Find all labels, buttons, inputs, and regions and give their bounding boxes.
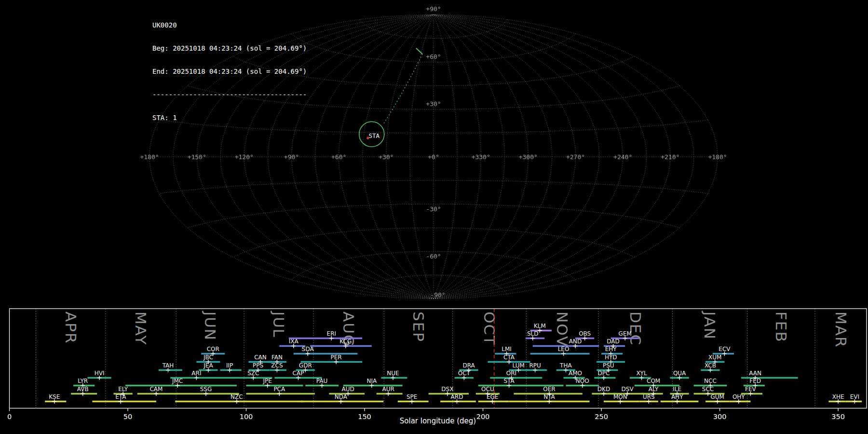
lat-label: +90°	[426, 5, 441, 13]
lat-label: -30°	[426, 205, 441, 213]
shower-code: JMC	[172, 378, 183, 384]
shower-PCA: PCA	[246, 386, 315, 396]
lon-label: +210°	[661, 153, 679, 161]
shower-code: IXA	[289, 338, 299, 345]
shower-code: ETA	[115, 393, 126, 400]
shower-code: ELY	[118, 386, 128, 393]
shower-ORI: ORI	[490, 370, 542, 380]
shower-MON: MON	[604, 393, 639, 404]
shower-code: NIA	[366, 378, 377, 384]
shower-code: AUR	[382, 386, 394, 393]
shower-code: RPU	[529, 362, 541, 369]
shower-code: AUD	[342, 386, 354, 393]
shower-code: KSE	[49, 393, 60, 400]
month-label: NOV	[554, 312, 571, 347]
shower-EVI: EVI	[845, 393, 862, 404]
shower-code: XCB	[705, 362, 716, 369]
shower-code: ALY	[649, 386, 659, 393]
lat-label: +30°	[426, 100, 441, 108]
shower-code: LYR	[78, 378, 88, 384]
shower-row: LYRJMCJPEPAUNIASTANOOCOMNCCFED	[73, 378, 765, 388]
shower-code: COR	[207, 346, 219, 353]
radiant-plot-page: UK0020 Beg: 20251018 04:23:24 (sol = 204…	[0, 0, 868, 434]
shower-code: GEM	[619, 330, 632, 337]
lat-label: -90°	[430, 291, 445, 298]
shower-AUR: AUR	[377, 386, 403, 396]
x-axis-title: Solar longitude (deg)	[400, 417, 476, 425]
shower-code: LUM	[513, 362, 525, 369]
shower-row: KSEETANZCNDASPEARDEGENTAMONURSAHYGUMOHYX…	[45, 393, 862, 404]
shower-code: SLD	[527, 330, 539, 337]
end-line: End: 20251018 04:23:24 (sol = 204.69°)	[152, 68, 307, 75]
shower-row: TAHJEAIIPPPSZCSGDRDRALUMRPUTHAPSUXCB	[159, 362, 720, 372]
month-label: OCT	[481, 312, 498, 346]
radiant-marker-sta: STA	[359, 122, 384, 147]
shower-NOO: NOO	[566, 378, 599, 388]
tick-label: 100	[240, 413, 253, 420]
shower-code: FEV	[745, 386, 756, 393]
shower-code: DKD	[597, 386, 610, 393]
shower-code: LEO	[558, 346, 570, 353]
lon-label: +150°	[188, 153, 206, 161]
latitude-labels: +90°+60°+30°-30°-60°-90°	[426, 5, 445, 298]
lon-label: +30°	[379, 153, 393, 161]
shower-XHE: XHE	[828, 393, 845, 404]
tick-label: 200	[476, 413, 490, 420]
shower-KSE: KSE	[45, 393, 66, 404]
shower-code: JBC	[203, 354, 213, 361]
shower-code: ARI	[191, 370, 201, 377]
sky-map: +180°+150°+120°+90°+60°+30°+0°+330°+300°…	[0, 0, 868, 309]
month-label: JUN	[202, 311, 219, 341]
shower-JMC: JMC	[125, 378, 237, 388]
month-label: DEC	[627, 312, 644, 346]
month-label: JAN	[701, 311, 719, 340]
month-label: MAY	[132, 312, 149, 345]
shower-code: JEA	[203, 362, 213, 369]
shower-code: AVB	[77, 386, 89, 393]
shower-code: LMI	[502, 346, 512, 353]
lon-label: +180°	[708, 153, 727, 161]
shower-code: HVI	[95, 370, 105, 377]
shower-code: COM	[647, 378, 660, 384]
shower-JEA: JEA	[199, 362, 217, 372]
shower-code: DRA	[462, 362, 475, 369]
shower-code: NUE	[387, 370, 399, 377]
shower-code: OER	[543, 386, 555, 393]
shower-code: HYD	[605, 354, 617, 361]
shower-code: AND	[569, 338, 582, 345]
shower-PAU: PAU	[305, 378, 339, 388]
lon-label: +60°	[331, 153, 346, 161]
shower-code: SDA	[302, 346, 314, 353]
shower-code: MON	[613, 393, 627, 400]
shower-LEO: LEO	[530, 346, 590, 356]
lon-label: +90°	[284, 153, 299, 161]
tick-label: 350	[831, 413, 845, 420]
shower-code: AAN	[749, 370, 761, 377]
begin-line: Beg: 20251018 04:23:24 (sol = 204.69°)	[152, 44, 307, 52]
tick-label: 250	[595, 413, 608, 420]
shower-AHY: AHY	[661, 393, 699, 404]
lon-label: +0°	[428, 153, 439, 161]
shower-code: JPE	[263, 378, 272, 384]
shower-code: SZC	[247, 370, 259, 377]
meridian-line	[434, 15, 670, 299]
shower-SDA: SDA	[294, 346, 358, 356]
shower-EGE: EGE	[478, 393, 509, 404]
shower-CAP: CAP	[274, 370, 322, 380]
shower-NZC: NZC	[175, 393, 303, 404]
shower-RPU: RPU	[526, 362, 547, 372]
shower-row: HVIARISZCCAPNUEOCTORIAMODPCXYLQUAAAN	[88, 370, 798, 380]
shower-DKD: DKD	[592, 386, 615, 396]
month-label: MAR	[832, 312, 850, 348]
shower-code: TAH	[162, 362, 174, 369]
shower-code: NCC	[704, 378, 717, 384]
shower-code: SCC	[702, 386, 714, 393]
shower-NDA: NDA	[301, 393, 384, 404]
shower-code: PSU	[603, 362, 614, 369]
shower-code: PAU	[316, 378, 327, 384]
lon-label: +240°	[613, 153, 632, 161]
shower-code: NTA	[543, 393, 555, 400]
tick-label: 300	[713, 413, 727, 420]
shower-code: CAN	[254, 354, 267, 361]
shower-code: PER	[331, 354, 342, 361]
